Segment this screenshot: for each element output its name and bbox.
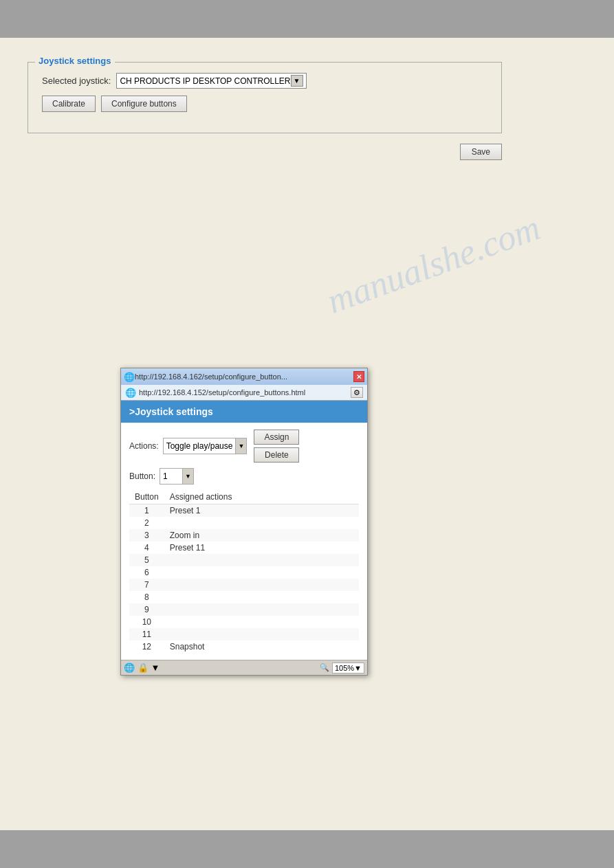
- popup-action-buttons: Assign Delete: [254, 430, 299, 463]
- popup-content: >Joystick settings Actions: Toggle play/…: [121, 401, 367, 660]
- button-number-cell: 5: [129, 554, 164, 566]
- browser-title-text: http://192.168.4.162/setup/configure_but…: [135, 372, 353, 381]
- bottom-bar: [0, 830, 614, 868]
- actions-row: Actions: Toggle play/pause ▼ Assign Dele…: [129, 430, 359, 463]
- table-row: 3Zoom in: [129, 529, 359, 542]
- actions-label: Actions:: [129, 441, 159, 451]
- address-bar-action-icon[interactable]: ⚙: [351, 387, 363, 398]
- browser-status-bar: 🌐 🔒 ▼ 🔍 105% ▼: [121, 660, 367, 675]
- actions-dropdown-arrow[interactable]: ▼: [235, 438, 246, 454]
- joystick-dropdown[interactable]: CH PRODUCTS IP DESKTOP CONTROLLER ▼: [116, 73, 306, 89]
- zoom-selector[interactable]: 105% ▼: [332, 663, 364, 674]
- popup-body: Actions: Toggle play/pause ▼ Assign Dele…: [121, 423, 367, 660]
- browser-close-button[interactable]: ✕: [353, 371, 364, 382]
- status-left: 🌐 🔒 ▼: [124, 663, 160, 673]
- assigned-action-cell: Preset 1: [164, 504, 359, 518]
- table-row: 6: [129, 566, 359, 579]
- status-lock-icon: 🔒 ▼: [138, 663, 160, 673]
- table-row: 8: [129, 591, 359, 603]
- joystick-settings-panel: Joystick settings Selected joystick: CH …: [28, 62, 502, 133]
- popup-header: >Joystick settings: [121, 401, 367, 423]
- table-row: 11: [129, 628, 359, 641]
- zoom-arrow: ▼: [354, 664, 362, 672]
- joystick-dropdown-arrow[interactable]: ▼: [291, 75, 303, 87]
- joystick-select-wrapper: CH PRODUCTS IP DESKTOP CONTROLLER ▼: [116, 73, 306, 89]
- col-button-header: Button: [129, 490, 164, 504]
- status-right: 🔍 105% ▼: [320, 663, 364, 674]
- button-number-cell: 3: [129, 529, 164, 542]
- table-row: 9: [129, 603, 359, 616]
- button-number-cell: 7: [129, 579, 164, 591]
- button-number-cell: 1: [129, 504, 164, 518]
- assigned-action-cell: Zoom in: [164, 529, 359, 542]
- selected-joystick-row: Selected joystick: CH PRODUCTS IP DESKTO…: [42, 73, 487, 89]
- button-number-cell: 9: [129, 603, 164, 616]
- table-row: 1Preset 1: [129, 504, 359, 518]
- main-content: Joystick settings Selected joystick: CH …: [0, 38, 614, 830]
- table-row: 12Snapshot: [129, 641, 359, 653]
- button-number-cell: 12: [129, 641, 164, 653]
- watermark: manualshe.com: [322, 207, 546, 322]
- address-url: http://192.168.4.152/setup/configure_but…: [139, 388, 348, 397]
- table-header-row: Button Assigned actions: [129, 490, 359, 504]
- address-bar-icon: 🌐: [125, 388, 136, 398]
- table-row: 7: [129, 579, 359, 591]
- button-number-cell: 6: [129, 566, 164, 579]
- zoom-value: 105%: [335, 664, 354, 672]
- button-number-cell: 2: [129, 517, 164, 529]
- assigned-action-cell: [164, 566, 359, 579]
- assigned-action-cell: [164, 554, 359, 566]
- table-row: 2: [129, 517, 359, 529]
- assigned-action-cell: Preset 11: [164, 542, 359, 554]
- top-bar: [0, 0, 614, 38]
- delete-button[interactable]: Delete: [254, 447, 299, 463]
- status-globe-icon: 🌐: [124, 663, 135, 673]
- table-row: 10: [129, 616, 359, 628]
- assigned-action-cell: [164, 603, 359, 616]
- zoom-icon: 🔍: [320, 663, 329, 672]
- browser-address-bar: 🌐 http://192.168.4.152/setup/configure_b…: [121, 385, 367, 401]
- button-number-row: Button: 1 ▼: [129, 468, 359, 485]
- assign-button[interactable]: Assign: [254, 430, 299, 445]
- browser-title-icon: 🌐: [124, 372, 135, 382]
- assigned-action-cell: Snapshot: [164, 641, 359, 653]
- table-row: 4Preset 11: [129, 542, 359, 554]
- actions-dropdown[interactable]: Toggle play/pause ▼: [163, 438, 248, 454]
- table-row: 5: [129, 554, 359, 566]
- action-buttons-row: Calibrate Configure buttons: [42, 96, 487, 112]
- button-number-cell: 10: [129, 616, 164, 628]
- save-button[interactable]: Save: [460, 144, 502, 160]
- browser-popup: 🌐 http://192.168.4.162/setup/configure_b…: [120, 368, 368, 676]
- table-body: 1Preset 123Zoom in4Preset 1156789101112S…: [129, 504, 359, 654]
- col-actions-header: Assigned actions: [164, 490, 359, 504]
- button-assignments-table: Button Assigned actions 1Preset 123Zoom …: [129, 490, 359, 653]
- selected-joystick-label: Selected joystick:: [42, 76, 111, 86]
- calibrate-button[interactable]: Calibrate: [42, 96, 96, 112]
- button-number-cell: 8: [129, 591, 164, 603]
- save-row: Save: [28, 144, 502, 160]
- button-number-cell: 11: [129, 628, 164, 641]
- browser-title-bar: 🌐 http://192.168.4.162/setup/configure_b…: [121, 368, 367, 385]
- button-number-cell: 4: [129, 542, 164, 554]
- button-dropdown-arrow[interactable]: ▼: [182, 469, 193, 484]
- assigned-action-cell: [164, 628, 359, 641]
- button-dropdown[interactable]: 1 ▼: [160, 468, 194, 485]
- button-label: Button:: [129, 471, 155, 481]
- assigned-action-cell: [164, 517, 359, 529]
- configure-buttons-button[interactable]: Configure buttons: [101, 96, 187, 112]
- panel-title: Joystick settings: [35, 56, 115, 66]
- button-value: 1: [160, 470, 182, 482]
- assigned-action-cell: [164, 579, 359, 591]
- assigned-action-cell: [164, 616, 359, 628]
- joystick-value: CH PRODUCTS IP DESKTOP CONTROLLER: [120, 76, 290, 86]
- actions-value: Toggle play/pause: [164, 440, 236, 452]
- assigned-action-cell: [164, 591, 359, 603]
